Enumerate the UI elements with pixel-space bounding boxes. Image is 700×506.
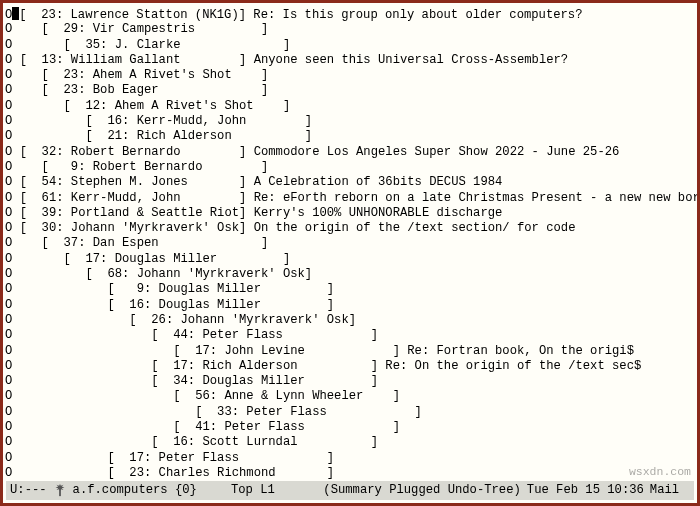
modeline-date: Tue Feb 15 10:36	[527, 483, 644, 498]
modeline-modes: (Summary Plugged Undo-Tree)	[323, 483, 520, 498]
point-cursor	[12, 7, 19, 20]
thread-line[interactable]: O [ 33: Peter Flass ]	[5, 405, 695, 420]
thread-line[interactable]: O [ 44: Peter Flass ]	[5, 328, 695, 343]
thread-line[interactable]: O [ 68: Johann 'Myrkraverk' Osk]	[5, 267, 695, 282]
thread-line[interactable]: O [ 39: Portland & Seattle Riot] Kerry's…	[5, 206, 695, 221]
thread-line[interactable]: O [ 23: Ahem A Rivet's Shot ]	[5, 68, 695, 83]
thread-line[interactable]: O [ 17: Rich Alderson ] Re: On the origi…	[5, 359, 695, 374]
thread-line[interactable]: O [ 13: William Gallant ] Anyone seen th…	[5, 53, 695, 68]
watermark: wsxdn.com	[629, 464, 691, 479]
svg-rect-0	[59, 489, 61, 497]
mode-line: U:--- a.f.computers {0} Top L1 (Summary …	[6, 481, 694, 500]
thread-line[interactable]: O [ 16: Kerr-Mudd, John ]	[5, 114, 695, 129]
modeline-left: U:---	[10, 483, 47, 498]
modeline-position: Top L1	[231, 483, 275, 498]
thread-line[interactable]: O [ 9: Douglas Miller ]	[5, 282, 695, 297]
thread-line[interactable]: O [ 32: Robert Bernardo ] Commodore Los …	[5, 145, 695, 160]
modeline-spacer	[203, 483, 225, 498]
thread-line[interactable]: O [ 17: John Levine ] Re: Fortran book, …	[5, 344, 695, 359]
modeline-tail: Mail	[650, 483, 679, 498]
thread-line[interactable]: O [ 34: Douglas Miller ]	[5, 374, 695, 389]
thread-line[interactable]: O [ 23: Charles Richmond ]	[5, 466, 695, 481]
thread-line[interactable]: O [ 23: Bob Eager ]	[5, 83, 695, 98]
thread-line[interactable]: O [ 56: Anne & Lynn Wheeler ]	[5, 389, 695, 404]
thread-line[interactable]: O [ 37: Dan Espen ]	[5, 236, 695, 251]
thread-line[interactable]: O [ 16: Scott Lurndal ]	[5, 435, 695, 450]
summary-buffer[interactable]: O[ 23: Lawrence Statton (NK1G)] Re: Is t…	[3, 3, 697, 481]
emacs-frame: O[ 23: Lawrence Statton (NK1G)] Re: Is t…	[0, 0, 700, 506]
gnus-icon	[53, 483, 67, 497]
thread-line[interactable]: O [ 35: J. Clarke ]	[5, 38, 695, 53]
modeline-buffer: a.f.computers {0}	[73, 483, 197, 498]
modeline-spacer2	[281, 483, 318, 498]
thread-line[interactable]: O [ 17: Peter Flass ]	[5, 451, 695, 466]
thread-line[interactable]: O [ 41: Peter Flass ]	[5, 420, 695, 435]
thread-line[interactable]: O [ 29: Vir Campestris ]	[5, 22, 695, 37]
thread-line[interactable]: O[ 23: Lawrence Statton (NK1G)] Re: Is t…	[5, 7, 695, 22]
thread-line[interactable]: O [ 17: Douglas Miller ]	[5, 252, 695, 267]
thread-line[interactable]: O [ 61: Kerr-Mudd, John ] Re: eForth reb…	[5, 191, 695, 206]
thread-line[interactable]: O [ 26: Johann 'Myrkraverk' Osk]	[5, 313, 695, 328]
thread-line[interactable]: O [ 21: Rich Alderson ]	[5, 129, 695, 144]
thread-line[interactable]: O [ 12: Ahem A Rivet's Shot ]	[5, 99, 695, 114]
thread-line[interactable]: O [ 16: Douglas Miller ]	[5, 298, 695, 313]
thread-line[interactable]: O [ 9: Robert Bernardo ]	[5, 160, 695, 175]
thread-line[interactable]: O [ 30: Johann 'Myrkraverk' Osk] On the …	[5, 221, 695, 236]
thread-line[interactable]: O [ 54: Stephen M. Jones ] A Celebration…	[5, 175, 695, 190]
